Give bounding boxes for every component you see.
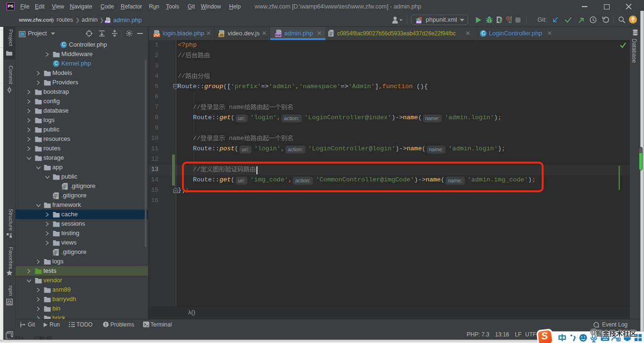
svg-text:PHP: PHP xyxy=(416,21,421,24)
svg-text:JS: JS xyxy=(219,33,223,37)
svg-text:PHP: PHP xyxy=(105,20,110,23)
svg-text:19: 19 xyxy=(617,338,620,341)
svg-text:PHP: PHP xyxy=(275,34,281,37)
